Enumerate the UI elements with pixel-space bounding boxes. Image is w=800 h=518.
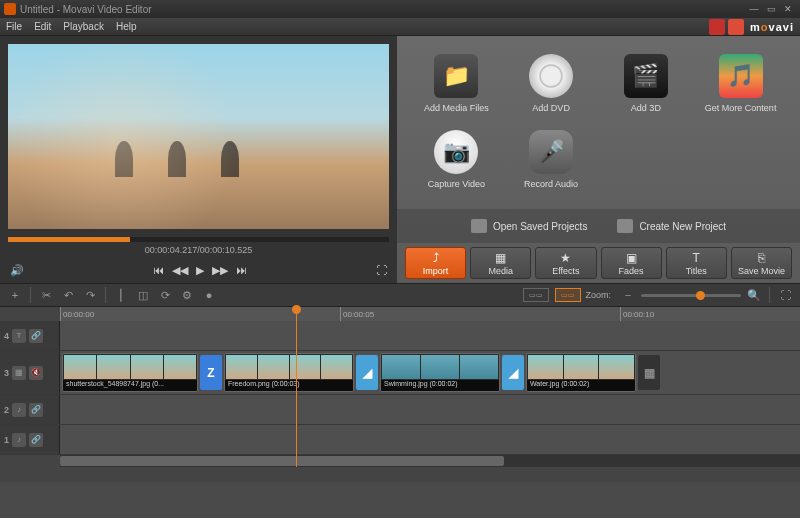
link-icon-3[interactable]: 🔗	[29, 433, 43, 447]
menu-edit[interactable]: Edit	[34, 21, 51, 32]
playhead[interactable]	[296, 307, 297, 467]
effects-icon: ★	[560, 251, 571, 265]
zoom-in-button[interactable]: 🔍	[745, 286, 763, 304]
forward-button[interactable]: ▶▶	[212, 264, 228, 277]
dvd-icon	[529, 54, 573, 98]
track-body-1[interactable]	[60, 425, 800, 454]
time-display: 00:00:04.217 / 00:00:10.525	[0, 242, 397, 258]
crop-button[interactable]: ◫	[134, 286, 152, 304]
link-icon[interactable]: 🔗	[29, 329, 43, 343]
timeline: 00:00:00 00:00:05 00:00:10 4T🔗 3▦🔇 shutt…	[0, 307, 800, 482]
timeline-toolbar: + ✂ ↶ ↷ ⎮ ◫ ⟳ ⚙ ● ▭▭ ▭▭ Zoom: − 🔍 ⛶	[0, 283, 800, 307]
app-icon	[4, 3, 16, 15]
play-button[interactable]: ▶	[196, 264, 204, 277]
record-voiceover-button[interactable]: ●	[200, 286, 218, 304]
clip-freedom[interactable]: Freedom.png (0:00:03)	[224, 353, 354, 392]
track-audio-1: 2♪🔗	[0, 395, 800, 425]
split-button[interactable]: ⎮	[112, 286, 130, 304]
next-button[interactable]: ⏭	[236, 264, 247, 277]
zoom-slider[interactable]	[641, 294, 741, 297]
clip-water[interactable]: Water.jpg (0:00:02)	[526, 353, 636, 392]
folder-icon: 📁	[434, 54, 478, 98]
preview-pane: 00:00:04.217 / 00:00:10.525 🔊 ⏮ ◀◀ ▶ ▶▶ …	[0, 36, 397, 283]
fit-button[interactable]: ⛶	[776, 286, 794, 304]
audio-track-icon: ♪	[12, 403, 26, 417]
rotate-button[interactable]: ⟳	[156, 286, 174, 304]
preset-1[interactable]: ▭▭	[523, 288, 549, 302]
link-icon-2[interactable]: 🔗	[29, 403, 43, 417]
create-new-button[interactable]: Create New Project	[617, 219, 726, 233]
titlebar: Untitled - Movavi Video Editor — ▭ ✕	[0, 0, 800, 18]
media-icon: ▦	[495, 251, 506, 265]
rewind-button[interactable]: ◀◀	[172, 264, 188, 277]
close-button[interactable]: ✕	[780, 2, 796, 16]
menu-help[interactable]: Help	[116, 21, 137, 32]
tab-titles[interactable]: TTitles	[666, 247, 727, 279]
microphone-icon: 🎤	[529, 130, 573, 174]
preset-2[interactable]: ▭▭	[555, 288, 581, 302]
time-ruler[interactable]: 00:00:00 00:00:05 00:00:10	[60, 307, 800, 321]
track-audio-2: 1♪🔗	[0, 425, 800, 455]
track-body-2[interactable]	[60, 395, 800, 424]
capture-video-button[interactable]: 📷 Capture Video	[411, 130, 502, 202]
add-track-button[interactable]: +	[6, 286, 24, 304]
save-icon: ⎘	[758, 251, 765, 265]
titles-icon: T	[693, 251, 700, 265]
clip-swimming[interactable]: Swimming.jpg (0:00:02)	[380, 353, 500, 392]
redo-button[interactable]: ↷	[81, 286, 99, 304]
transition-end[interactable]: ▦	[638, 355, 660, 390]
add-media-button[interactable]: 📁 Add Media Files	[411, 54, 502, 126]
new-doc-icon	[617, 219, 633, 233]
add-dvd-button[interactable]: Add DVD	[506, 54, 597, 126]
transition-3[interactable]: ◢	[502, 355, 524, 390]
tab-effects[interactable]: ★Effects	[535, 247, 596, 279]
audio-track-icon-2: ♪	[12, 433, 26, 447]
brand-logo: movavi	[750, 21, 794, 33]
zoom-out-button[interactable]: −	[619, 286, 637, 304]
tab-import[interactable]: ⤴Import	[405, 247, 466, 279]
music-icon: 🎵	[719, 54, 763, 98]
youtube-icon[interactable]	[709, 19, 725, 35]
menubar: File Edit Playback Help movavi	[0, 18, 800, 36]
menu-file[interactable]: File	[6, 21, 22, 32]
record-audio-button[interactable]: 🎤 Record Audio	[506, 130, 597, 202]
track-body-3[interactable]: shutterstock_54898747.jpg (0... Z Freedo…	[60, 351, 800, 394]
import-icon: ⤴	[433, 251, 439, 265]
open-folder-icon	[471, 219, 487, 233]
scrubber[interactable]	[8, 237, 389, 242]
actions-pane: 📁 Add Media Files Add DVD 🎬 Add 3D 🎵 Get…	[397, 36, 800, 283]
transition-z[interactable]: Z	[200, 355, 222, 390]
googleplus-icon[interactable]	[728, 19, 744, 35]
menu-playback[interactable]: Playback	[63, 21, 104, 32]
zoom-label: Zoom:	[585, 290, 611, 300]
minimize-button[interactable]: —	[746, 2, 762, 16]
open-saved-button[interactable]: Open Saved Projects	[471, 219, 588, 233]
fullscreen-button[interactable]: ⛶	[376, 264, 387, 276]
text-track-icon: T	[12, 329, 26, 343]
get-more-button[interactable]: 🎵 Get More Content	[695, 54, 786, 126]
tab-save[interactable]: ⎘Save Movie	[731, 247, 792, 279]
properties-button[interactable]: ⚙	[178, 286, 196, 304]
cut-button[interactable]: ✂	[37, 286, 55, 304]
undo-button[interactable]: ↶	[59, 286, 77, 304]
maximize-button[interactable]: ▭	[763, 2, 779, 16]
prev-button[interactable]: ⏮	[153, 264, 164, 277]
tab-media[interactable]: ▦Media	[470, 247, 531, 279]
track-titles: 4T🔗	[0, 321, 800, 351]
webcam-icon: 📷	[434, 130, 478, 174]
clip-shutterstock[interactable]: shutterstock_54898747.jpg (0...	[62, 353, 198, 392]
mute-icon[interactable]: 🔇	[29, 366, 43, 380]
track-body-4[interactable]	[60, 321, 800, 350]
window-title: Untitled - Movavi Video Editor	[20, 4, 152, 15]
fades-icon: ▣	[626, 251, 637, 265]
track-video: 3▦🔇 shutterstock_54898747.jpg (0... Z Fr…	[0, 351, 800, 395]
transition-2[interactable]: ◢	[356, 355, 378, 390]
video-track-icon: ▦	[12, 366, 26, 380]
tab-fades[interactable]: ▣Fades	[601, 247, 662, 279]
glasses-3d-icon: 🎬	[624, 54, 668, 98]
add-3d-button[interactable]: 🎬 Add 3D	[601, 54, 692, 126]
volume-icon[interactable]: 🔊	[10, 264, 24, 277]
video-preview[interactable]	[8, 44, 389, 229]
horizontal-scrollbar[interactable]	[60, 455, 800, 467]
